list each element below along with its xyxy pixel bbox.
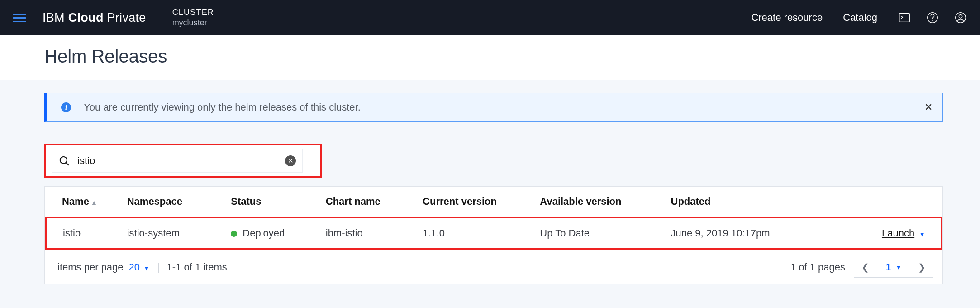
col-current-version[interactable]: Current version bbox=[423, 187, 540, 217]
brand-text-bold: Cloud bbox=[68, 11, 104, 24]
table-footer: items per page 20▼ | 1-1 of 1 items 1 of… bbox=[45, 250, 942, 284]
chevron-down-icon[interactable]: ▼ bbox=[919, 231, 925, 238]
svg-line-6 bbox=[66, 163, 69, 165]
cluster-selector[interactable]: CLUSTER mycluster bbox=[172, 8, 214, 28]
brand-text-1: IBM bbox=[43, 11, 68, 24]
cluster-label: CLUSTER bbox=[172, 8, 214, 17]
col-namespace[interactable]: Namespace bbox=[127, 187, 231, 217]
brand-text-2: Private bbox=[104, 11, 146, 24]
info-banner-message: You are currently viewing only the helm … bbox=[84, 101, 361, 113]
close-icon[interactable]: ✕ bbox=[924, 101, 932, 113]
table-header-row: Name▲ Namespace Status Chart name Curren… bbox=[46, 187, 942, 217]
menu-icon[interactable] bbox=[13, 14, 26, 22]
info-banner: i You are currently viewing only the hel… bbox=[44, 93, 943, 122]
search-box[interactable]: ✕ bbox=[52, 149, 303, 173]
page-number-select[interactable]: 1▼ bbox=[877, 257, 910, 278]
items-per-page-label: items per page bbox=[57, 261, 124, 273]
table-row[interactable]: istio istio-system Deployed ibm-istio 1.… bbox=[46, 217, 942, 249]
help-icon[interactable] bbox=[926, 11, 939, 24]
svg-point-4 bbox=[959, 14, 962, 18]
col-name[interactable]: Name▲ bbox=[46, 187, 127, 217]
cell-status: Deployed bbox=[231, 217, 326, 249]
cell-available: Up To Date bbox=[540, 217, 671, 249]
page-title: Helm Releases bbox=[44, 46, 980, 67]
status-dot-icon bbox=[231, 231, 237, 237]
col-status[interactable]: Status bbox=[231, 187, 326, 217]
launch-action[interactable]: Launch bbox=[882, 227, 914, 239]
svg-rect-0 bbox=[899, 14, 910, 22]
sort-asc-icon: ▲ bbox=[91, 199, 97, 206]
info-icon: i bbox=[61, 102, 71, 112]
catalog-link[interactable]: Catalog bbox=[843, 12, 877, 24]
search-highlight: ✕ bbox=[44, 144, 322, 178]
cell-chart: ibm-istio bbox=[326, 217, 423, 249]
divider: | bbox=[157, 261, 160, 273]
clear-search-icon[interactable]: ✕ bbox=[285, 155, 296, 166]
col-chart[interactable]: Chart name bbox=[326, 187, 423, 217]
cell-namespace: istio-system bbox=[127, 217, 231, 249]
items-per-page-value[interactable]: 20▼ bbox=[129, 261, 150, 273]
pager: ❮ 1▼ ❯ bbox=[854, 257, 933, 278]
search-input[interactable] bbox=[77, 155, 278, 167]
releases-table: Name▲ Namespace Status Chart name Curren… bbox=[44, 186, 943, 284]
top-nav: IBM Cloud Private CLUSTER mycluster Crea… bbox=[0, 0, 980, 35]
col-available-version[interactable]: Available version bbox=[540, 187, 671, 217]
svg-point-3 bbox=[956, 13, 966, 23]
search-icon bbox=[58, 155, 70, 167]
svg-point-5 bbox=[60, 157, 67, 164]
cell-current: 1.1.0 bbox=[423, 217, 540, 249]
chevron-down-icon: ▼ bbox=[143, 265, 150, 272]
prev-page-button[interactable]: ❮ bbox=[854, 257, 877, 278]
create-resource-link[interactable]: Create resource bbox=[751, 12, 823, 24]
cell-name: istio bbox=[46, 217, 127, 249]
terminal-icon[interactable] bbox=[898, 11, 911, 24]
page-summary: 1 of 1 pages bbox=[790, 261, 845, 273]
cell-updated: June 9, 2019 10:17pm bbox=[671, 217, 820, 249]
col-updated[interactable]: Updated bbox=[671, 187, 820, 217]
items-range: 1-1 of 1 items bbox=[167, 261, 227, 273]
page-title-bar: Helm Releases bbox=[0, 35, 980, 80]
brand-logo[interactable]: IBM Cloud Private bbox=[43, 11, 146, 25]
cluster-name: mycluster bbox=[172, 18, 214, 28]
svg-point-2 bbox=[932, 20, 933, 21]
next-page-button[interactable]: ❯ bbox=[910, 257, 933, 278]
user-icon[interactable] bbox=[954, 11, 967, 24]
